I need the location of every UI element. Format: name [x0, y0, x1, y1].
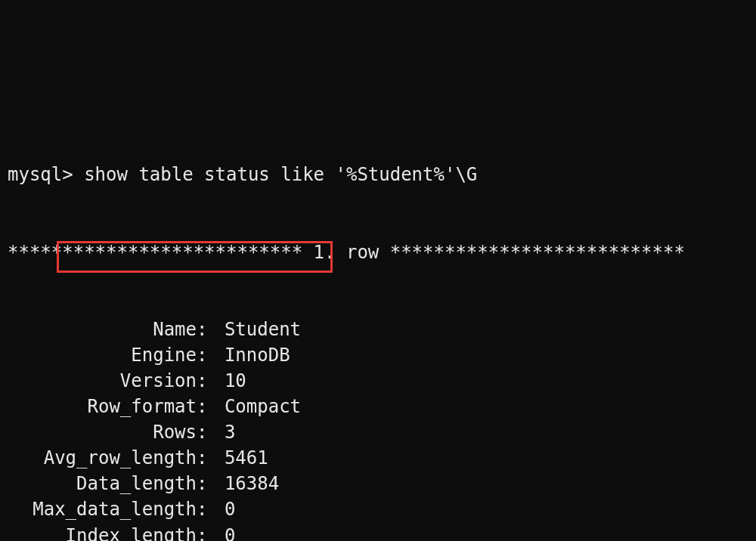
field-key: Index_length [8, 523, 197, 541]
field-value: 3 [225, 419, 235, 445]
field-value: Compact [225, 394, 301, 419]
field-key: Data_length [8, 471, 197, 496]
field-separator: : [197, 471, 225, 496]
field-key: Rows [8, 419, 197, 445]
field-value: 0 [225, 523, 235, 541]
field-separator: : [197, 496, 225, 522]
field-separator: : [197, 419, 225, 445]
field-row: Data_length: 16384 [8, 471, 748, 496]
field-row: Row_format: Compact [8, 394, 748, 419]
field-list: Name: StudentEngine: InnoDBVersion: 10Ro… [8, 317, 748, 541]
row-separator: *************************** 1. row *****… [8, 240, 748, 265]
mysql-prompt-line: mysql> show table status like '%Student%… [8, 162, 748, 187]
field-key: Max_data_length [8, 496, 197, 522]
field-value: 16384 [225, 471, 279, 496]
field-separator: : [197, 342, 225, 368]
field-key: Name [8, 317, 197, 342]
field-separator: : [197, 317, 225, 342]
field-key: Row_format [8, 394, 197, 419]
field-value: 10 [225, 368, 246, 394]
terminal-output: mysql> show table status like '%Student%… [8, 110, 748, 541]
field-separator: : [197, 523, 225, 541]
field-row: Rows: 3 [8, 419, 748, 445]
field-separator: : [197, 368, 225, 394]
field-key: Version [8, 368, 197, 394]
field-row: Version: 10 [8, 368, 748, 394]
field-value: 5461 [225, 445, 268, 471]
field-separator: : [197, 394, 225, 419]
field-value: 0 [225, 496, 235, 522]
field-row: Name: Student [8, 317, 748, 342]
field-value: Student [225, 317, 301, 342]
field-separator: : [197, 445, 225, 471]
field-key: Avg_row_length [8, 445, 197, 471]
field-row: Max_data_length: 0 [8, 496, 748, 522]
field-row: Engine: InnoDB [8, 342, 748, 368]
field-key: Engine [8, 342, 197, 368]
field-row: Avg_row_length: 5461 [8, 445, 748, 471]
field-value: InnoDB [225, 342, 290, 368]
field-row: Index_length: 0 [8, 523, 748, 541]
